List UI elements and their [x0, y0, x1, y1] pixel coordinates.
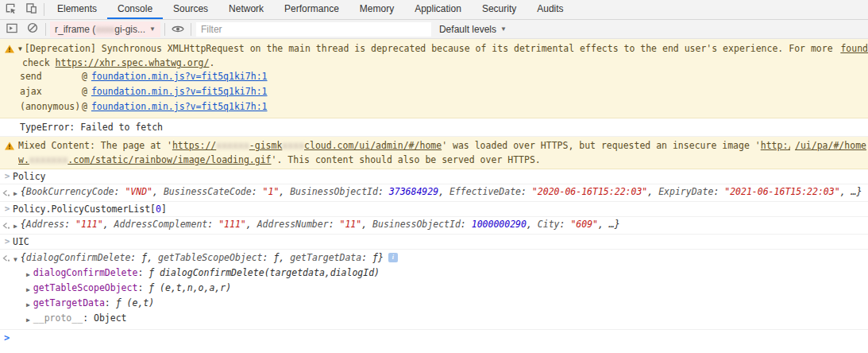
- echo-text: UIC: [13, 236, 29, 247]
- log-levels-dropdown[interactable]: Default levels ▼: [439, 24, 507, 35]
- toolbar-separator: [191, 23, 191, 36]
- property-text: getTargetData: ƒ (e,t): [33, 297, 154, 312]
- tab-audits[interactable]: Audits: [527, 0, 573, 19]
- log-levels-label: Default levels: [439, 24, 496, 35]
- stack-at-separator: @: [82, 99, 87, 114]
- tab-label: Network: [229, 3, 264, 14]
- warning-icon: [5, 141, 14, 153]
- value-evaluated-info-icon: i: [388, 253, 398, 262]
- return-value-icon: [0, 219, 12, 230]
- message-source-link[interactable]: found: [840, 42, 868, 55]
- message-source-link[interactable]: /ui/pa/#/home: [795, 139, 866, 152]
- eye-icon: [172, 22, 184, 37]
- stack-source-link[interactable]: foundation.min.js?v=fit5q1ki7h:1: [91, 99, 268, 114]
- warning-text: w.xxxxxxx.com/static/rainbow/image/loadi…: [18, 153, 868, 166]
- property-text: __proto__: Object: [33, 312, 127, 327]
- tab-label: Security: [482, 3, 516, 14]
- javascript-context-selector[interactable]: r_iframe ( xxxx gi-gis... ▼: [50, 21, 160, 37]
- tab-performance[interactable]: Performance: [274, 0, 349, 19]
- clear-console-button[interactable]: [22, 20, 43, 39]
- object-property-row: ▶ getTargetData: ƒ (e,t): [0, 297, 868, 312]
- context-redacted-text: xxxx: [95, 24, 114, 35]
- stack-at-separator: @: [82, 84, 87, 99]
- type-error-message: TypeError: Failed to fetch: [0, 118, 868, 137]
- error-text: TypeError: Failed to fetch: [0, 122, 868, 133]
- tab-memory[interactable]: Memory: [349, 0, 404, 19]
- console-result-row: ▶ {Address: "111", AddressComplement: "1…: [0, 217, 868, 235]
- tab-elements[interactable]: Elements: [47, 0, 107, 19]
- console-messages: ▼ [Deprecation] Synchronous XMLHttpReque…: [0, 39, 868, 346]
- tab-security[interactable]: Security: [472, 0, 527, 19]
- console-prompt[interactable]: >: [0, 330, 868, 346]
- property-text: dialogConfirmDelete: ƒ dialogConfirmDele…: [33, 266, 380, 281]
- input-echo-chevron-icon: >: [2, 171, 13, 182]
- expand-toggle-icon[interactable]: ▼: [18, 42, 22, 56]
- return-value-icon: [0, 186, 12, 197]
- console-result-row-expanded: ▼ {dialogConfirmDelete: ƒ, getTableScope…: [0, 250, 868, 330]
- stack-frame: send @ foundation.min.js?v=fit5q1ki7h:1: [0, 69, 868, 84]
- toolbar-separator: [45, 23, 46, 36]
- devtools-tab-bar: Elements Console Sources Network Perform…: [0, 0, 868, 20]
- warning-text: check https://xhr.spec.whatwg.org/.: [22, 56, 868, 69]
- console-filter-input[interactable]: [196, 22, 431, 37]
- warning-text: Mixed Content: The page at 'https://xxxx…: [18, 139, 790, 152]
- object-property-row: ▶ getTableScopeObject: ƒ (e,t,n,o,a,r): [0, 281, 868, 297]
- warning-text: [Deprecation] Synchronous XMLHttpRequest…: [25, 42, 836, 55]
- echo-text: Policy.PolicyCustomerList[0]: [13, 204, 167, 215]
- stack-function-name: (anonymous): [20, 99, 82, 114]
- prompt-chevron-icon: >: [4, 332, 10, 343]
- tab-label: Memory: [360, 3, 394, 14]
- collapse-toggle-icon[interactable]: ▼: [12, 251, 21, 266]
- console-sidebar-icon: [6, 22, 17, 37]
- toolbar-separator: [44, 3, 44, 16]
- console-input-echo: > UIC: [0, 235, 868, 250]
- expand-toggle-icon[interactable]: ▶: [25, 266, 33, 281]
- create-live-expression-button[interactable]: [168, 20, 188, 39]
- echo-text: Policy: [13, 171, 46, 182]
- input-echo-chevron-icon: >: [2, 204, 13, 215]
- stack-source-link[interactable]: foundation.min.js?v=fit5q1ki7h:1: [91, 84, 268, 99]
- mixed-content-warning-message: Mixed Content: The page at 'https://xxxx…: [0, 137, 868, 169]
- stack-frame: ajax @ foundation.min.js?v=fit5q1ki7h:1: [0, 84, 868, 99]
- console-result-row: ▶ {BookCurrencyCode: "VND", BusinessCate…: [0, 184, 868, 202]
- console-input-echo: > Policy.PolicyCustomerList[0]: [0, 202, 868, 217]
- tab-label: Audits: [537, 3, 563, 14]
- tab-sources[interactable]: Sources: [163, 0, 218, 19]
- tab-label: Elements: [57, 3, 97, 14]
- return-value-icon: [0, 251, 12, 262]
- stack-source-link[interactable]: foundation.min.js?v=fit5q1ki7h:1: [91, 69, 268, 84]
- expand-toggle-icon[interactable]: ▶: [12, 186, 21, 200]
- console-input-echo: > Policy: [0, 169, 868, 184]
- tab-console[interactable]: Console: [107, 0, 163, 19]
- device-toolbar-button[interactable]: [21, 0, 41, 19]
- tab-label: Performance: [284, 3, 339, 14]
- tab-label: Console: [118, 3, 152, 14]
- expand-toggle-icon[interactable]: ▶: [25, 281, 33, 297]
- object-preview[interactable]: {BookCurrencyCode: "VND", BusinessCateCo…: [21, 186, 862, 198]
- console-prompt-input[interactable]: [14, 332, 868, 343]
- tab-label: Sources: [173, 3, 208, 14]
- stack-function-name: ajax: [20, 84, 82, 99]
- console-toolbar: r_iframe ( xxxx gi-gis... ▼ Default leve…: [0, 20, 868, 39]
- stack-frame: (anonymous) @ foundation.min.js?v=fit5q1…: [0, 99, 868, 114]
- tab-network[interactable]: Network: [218, 0, 274, 19]
- context-text: gi-gis...: [114, 24, 145, 35]
- clear-console-icon: [27, 22, 38, 37]
- inspect-element-button[interactable]: [0, 0, 21, 19]
- expand-toggle-icon[interactable]: ▶: [12, 219, 21, 232]
- inspect-cursor-icon: [5, 2, 17, 17]
- tab-application[interactable]: Application: [404, 0, 472, 19]
- context-text: r_iframe (: [55, 24, 95, 35]
- console-sidebar-button[interactable]: [2, 20, 22, 39]
- deprecation-warning-message: ▼ [Deprecation] Synchronous XMLHttpReque…: [0, 39, 868, 118]
- expand-toggle-icon[interactable]: ▶: [25, 312, 33, 327]
- stack-at-separator: @: [82, 69, 87, 84]
- warning-icon: [5, 44, 14, 56]
- object-preview[interactable]: {dialogConfirmDelete: ƒ, getTableScopeOb…: [21, 251, 384, 264]
- toolbar-separator: [164, 23, 165, 36]
- chevron-down-icon: ▼: [149, 25, 156, 33]
- stack-function-name: send: [20, 69, 82, 84]
- object-preview[interactable]: {Address: "111", AddressComplement: "111…: [21, 219, 620, 231]
- expand-toggle-icon[interactable]: ▶: [25, 297, 33, 312]
- input-echo-chevron-icon: >: [2, 236, 13, 247]
